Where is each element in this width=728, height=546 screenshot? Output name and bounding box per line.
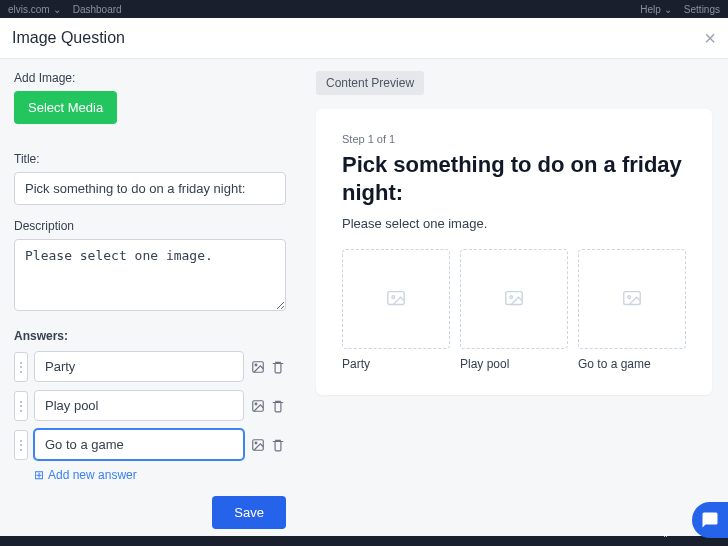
trash-icon[interactable] <box>270 437 286 453</box>
chat-icon <box>701 511 719 529</box>
chevron-down-icon: ⌄ <box>664 4 672 15</box>
drag-handle-icon[interactable]: ⋮ <box>14 391 28 421</box>
answer-row: ⋮ <box>14 390 286 421</box>
site-dropdown[interactable]: elvis.com ⌄ <box>8 4 61 15</box>
image-question-modal: Image Question × Add Image: Select Media… <box>0 18 728 546</box>
image-placeholder-icon <box>501 288 527 310</box>
preview-card: Step 1 of 1 Pick something to do on a fr… <box>316 109 712 395</box>
select-media-button[interactable]: Select Media <box>14 91 117 124</box>
option-label: Play pool <box>460 357 568 371</box>
svg-point-5 <box>255 442 257 444</box>
caret-up-icon[interactable]: ˄ <box>663 533 668 544</box>
close-button[interactable]: × <box>704 28 716 48</box>
image-placeholder-icon <box>619 288 645 310</box>
preview-option: Go to a game <box>578 249 686 371</box>
answer-input-2[interactable] <box>34 429 244 460</box>
option-image-placeholder[interactable] <box>460 249 568 349</box>
option-label: Go to a game <box>578 357 686 371</box>
preview-panel: Content Preview Step 1 of 1 Pick somethi… <box>300 59 728 546</box>
chat-widget-button[interactable] <box>692 502 728 538</box>
drag-handle-icon[interactable]: ⋮ <box>14 430 28 460</box>
image-placeholder-icon <box>383 288 409 310</box>
modal-body: Add Image: Select Media Title: Descripti… <box>0 59 728 546</box>
add-answer-button[interactable]: ⊞ Add new answer <box>34 468 286 482</box>
option-image-placeholder[interactable] <box>342 249 450 349</box>
answer-input-1[interactable] <box>34 390 244 421</box>
app-topbar: elvis.com ⌄ Dashboard Help ⌄ Settings <box>0 0 728 18</box>
answer-input-0[interactable] <box>34 351 244 382</box>
preview-description: Please select one image. <box>342 216 686 231</box>
add-image-label: Add Image: <box>14 71 286 85</box>
step-indicator: Step 1 of 1 <box>342 133 686 145</box>
modal-title: Image Question <box>12 29 125 47</box>
option-label: Party <box>342 357 450 371</box>
nav-dashboard[interactable]: Dashboard <box>73 4 122 15</box>
svg-point-9 <box>510 296 513 299</box>
svg-point-3 <box>255 403 257 405</box>
image-icon[interactable] <box>250 359 266 375</box>
preview-option: Party <box>342 249 450 371</box>
chevron-down-icon: ⌄ <box>53 4 61 15</box>
trash-icon[interactable] <box>270 398 286 414</box>
svg-point-7 <box>392 296 395 299</box>
content-preview-tab[interactable]: Content Preview <box>316 71 424 95</box>
description-input[interactable] <box>14 239 286 311</box>
nav-settings[interactable]: Settings <box>684 4 720 15</box>
editor-panel: Add Image: Select Media Title: Descripti… <box>0 59 300 546</box>
drag-handle-icon[interactable]: ⋮ <box>14 352 28 382</box>
title-label: Title: <box>14 152 286 166</box>
modal-header: Image Question × <box>0 18 728 59</box>
preview-option: Play pool <box>460 249 568 371</box>
answers-label: Answers: <box>14 329 286 343</box>
plus-icon: ⊞ <box>34 468 44 482</box>
answer-row: ⋮ <box>14 429 286 460</box>
answer-row: ⋮ <box>14 351 286 382</box>
nav-help[interactable]: Help ⌄ <box>640 4 672 15</box>
description-label: Description <box>14 219 286 233</box>
preview-title: Pick something to do on a friday night: <box>342 151 686 206</box>
image-icon[interactable] <box>250 398 266 414</box>
svg-point-1 <box>255 364 257 366</box>
save-button[interactable]: Save <box>212 496 286 529</box>
preview-options: Party Play pool Go to a game <box>342 249 686 371</box>
trash-icon[interactable] <box>270 359 286 375</box>
title-input[interactable] <box>14 172 286 205</box>
option-image-placeholder[interactable] <box>578 249 686 349</box>
image-icon[interactable] <box>250 437 266 453</box>
footer-bar <box>0 536 728 546</box>
svg-point-11 <box>628 296 631 299</box>
